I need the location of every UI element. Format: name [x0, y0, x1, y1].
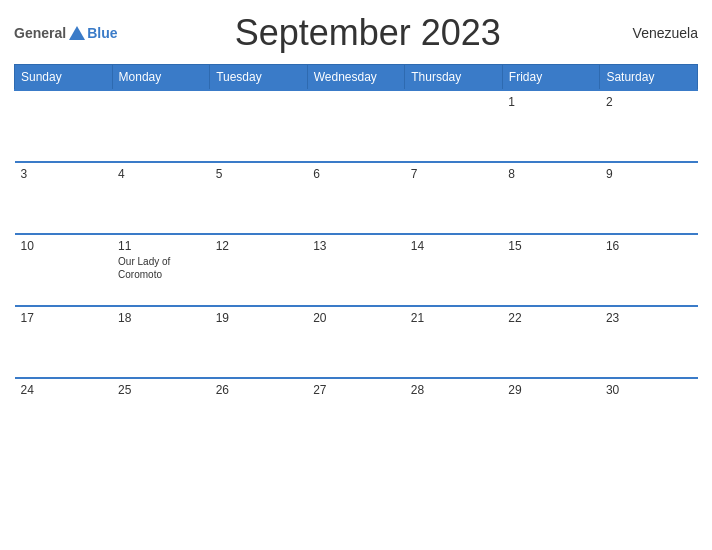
- calendar-cell: 19: [210, 306, 308, 378]
- day-number: 16: [606, 239, 692, 253]
- calendar-cell: 13: [307, 234, 405, 306]
- weekday-header: Thursday: [405, 65, 503, 91]
- day-number: 3: [21, 167, 107, 181]
- calendar-cell: [112, 90, 210, 162]
- day-number: 20: [313, 311, 399, 325]
- calendar-cell: 20: [307, 306, 405, 378]
- calendar-cell: 29: [502, 378, 600, 450]
- day-number: 1: [508, 95, 594, 109]
- weekday-header: Wednesday: [307, 65, 405, 91]
- calendar-week-row: 3456789: [15, 162, 698, 234]
- day-number: 21: [411, 311, 497, 325]
- calendar-week-row: 12: [15, 90, 698, 162]
- calendar-cell: 25: [112, 378, 210, 450]
- day-number: 26: [216, 383, 302, 397]
- day-number: 28: [411, 383, 497, 397]
- calendar-cell: 1: [502, 90, 600, 162]
- weekday-header: Monday: [112, 65, 210, 91]
- day-number: 24: [21, 383, 107, 397]
- calendar-cell: 22: [502, 306, 600, 378]
- calendar-grid: SundayMondayTuesdayWednesdayThursdayFrid…: [14, 64, 698, 450]
- logo-triangle-icon: [69, 26, 85, 40]
- day-number: 6: [313, 167, 399, 181]
- calendar-cell: 16: [600, 234, 698, 306]
- calendar-cell: 18: [112, 306, 210, 378]
- day-number: 22: [508, 311, 594, 325]
- calendar-title: September 2023: [117, 12, 618, 54]
- day-number: 25: [118, 383, 204, 397]
- logo-blue: Blue: [87, 25, 117, 41]
- calendar-cell: 12: [210, 234, 308, 306]
- day-number: 5: [216, 167, 302, 181]
- calendar-cell: 17: [15, 306, 113, 378]
- calendar-cell: 30: [600, 378, 698, 450]
- calendar-cell: 3: [15, 162, 113, 234]
- event-label: Our Lady of Coromoto: [118, 255, 204, 281]
- day-number: 4: [118, 167, 204, 181]
- weekday-header: Friday: [502, 65, 600, 91]
- calendar-cell: 26: [210, 378, 308, 450]
- country-label: Venezuela: [618, 25, 698, 41]
- day-number: 9: [606, 167, 692, 181]
- day-number: 13: [313, 239, 399, 253]
- calendar-cell: 11Our Lady of Coromoto: [112, 234, 210, 306]
- day-number: 23: [606, 311, 692, 325]
- calendar-week-row: 1011Our Lady of Coromoto1213141516: [15, 234, 698, 306]
- calendar-cell: 2: [600, 90, 698, 162]
- calendar-week-row: 17181920212223: [15, 306, 698, 378]
- calendar-cell: 14: [405, 234, 503, 306]
- calendar-cell: 5: [210, 162, 308, 234]
- calendar-cell: 15: [502, 234, 600, 306]
- calendar-cell: 9: [600, 162, 698, 234]
- logo: General Blue: [14, 25, 117, 41]
- day-number: 15: [508, 239, 594, 253]
- day-number: 19: [216, 311, 302, 325]
- calendar-cell: 24: [15, 378, 113, 450]
- day-number: 12: [216, 239, 302, 253]
- calendar-cell: [210, 90, 308, 162]
- day-number: 8: [508, 167, 594, 181]
- day-number: 7: [411, 167, 497, 181]
- calendar-cell: 27: [307, 378, 405, 450]
- calendar-cell: [405, 90, 503, 162]
- day-number: 2: [606, 95, 692, 109]
- day-number: 11: [118, 239, 204, 253]
- day-number: 30: [606, 383, 692, 397]
- calendar-cell: 8: [502, 162, 600, 234]
- day-number: 17: [21, 311, 107, 325]
- calendar-page: General Blue September 2023 Venezuela Su…: [0, 0, 712, 550]
- weekday-header: Sunday: [15, 65, 113, 91]
- day-number: 29: [508, 383, 594, 397]
- calendar-cell: 4: [112, 162, 210, 234]
- day-number: 10: [21, 239, 107, 253]
- logo-general: General: [14, 25, 66, 41]
- calendar-cell: 21: [405, 306, 503, 378]
- calendar-header: General Blue September 2023 Venezuela: [14, 12, 698, 54]
- calendar-cell: [15, 90, 113, 162]
- day-number: 27: [313, 383, 399, 397]
- calendar-week-row: 24252627282930: [15, 378, 698, 450]
- calendar-cell: 23: [600, 306, 698, 378]
- calendar-cell: 6: [307, 162, 405, 234]
- day-number: 18: [118, 311, 204, 325]
- calendar-cell: 28: [405, 378, 503, 450]
- calendar-cell: 7: [405, 162, 503, 234]
- calendar-cell: 10: [15, 234, 113, 306]
- day-number: 14: [411, 239, 497, 253]
- calendar-header-row: SundayMondayTuesdayWednesdayThursdayFrid…: [15, 65, 698, 91]
- weekday-header: Tuesday: [210, 65, 308, 91]
- weekday-header: Saturday: [600, 65, 698, 91]
- calendar-cell: [307, 90, 405, 162]
